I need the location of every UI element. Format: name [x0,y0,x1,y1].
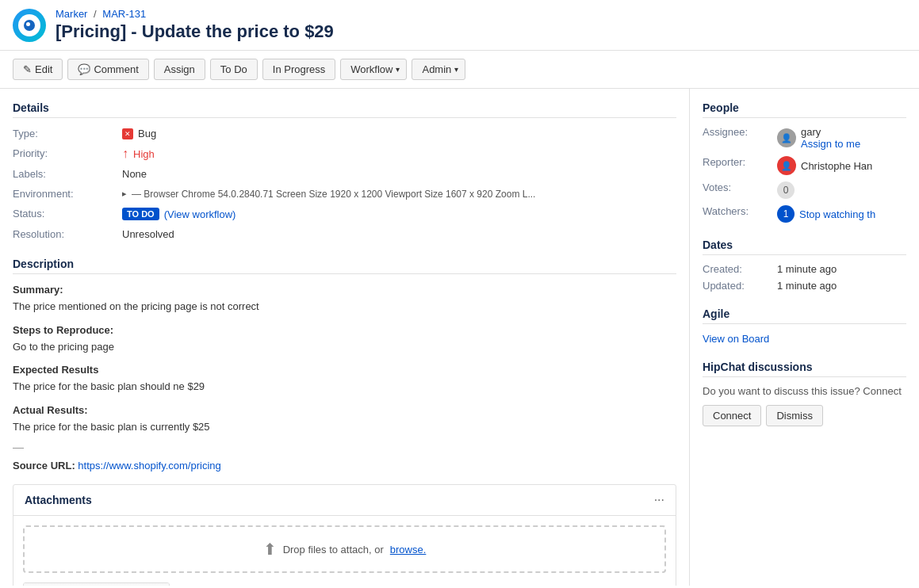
resolution-label: Resolution: [13,227,116,242]
edit-icon: ✎ [23,63,32,75]
hipchat-buttons: Connect Dismiss [703,405,906,426]
breadcrumb: Marker / MAR-131 [56,8,334,20]
watchers-badge: 1 [777,205,795,223]
reporter-label: Reporter: [703,156,774,168]
attachments-section: Attachments ··· ⬆ Drop files to attach, … [13,484,676,586]
hipchat-title: HipChat discussions [703,361,906,377]
logo [13,9,46,42]
votes-badge: 0 [777,181,795,199]
bug-icon [122,128,133,139]
view-workflow-link[interactable]: (View workflow) [164,208,236,220]
assign-to-me-link[interactable]: Assign to me [801,138,860,150]
type-value: Bug [122,126,676,141]
chevron-down-icon: ▾ [454,65,458,74]
watchers-row: Watchers: 1 Stop watching th [703,205,906,223]
labels-label: Labels: [13,166,116,181]
steps-label: Steps to Reproduce: [13,324,676,336]
reporter-name: Christophe Han [801,160,872,172]
attachment-thumbnail[interactable] [23,582,170,586]
reporter-avatar: 👤 [777,156,796,175]
toolbar: ✎ Edit 💬 Comment Assign To Do In Progres… [0,51,919,89]
assignee-row: Assignee: 👤 gary Assign to me [703,126,906,150]
description-section: Description Summary: The price mentioned… [13,258,676,472]
browse-link[interactable]: browse. [390,544,427,556]
env-toggle[interactable]: ▸ [122,189,127,199]
source-link[interactable]: https://www.shopify.com/pricing [78,460,220,472]
attachments-title: Attachments [25,494,92,506]
actual-text: The price for the basic plan is currentl… [13,419,676,435]
source-url-row: Source URL: https://www.shopify.com/pric… [13,460,676,472]
admin-button[interactable]: Admin ▾ [412,59,465,80]
chevron-down-icon: ▾ [396,65,400,74]
priority-value: ↑ High [122,146,676,162]
workflow-button[interactable]: Workflow ▾ [340,59,407,80]
assignee-name: gary [801,126,821,138]
description-title: Description [13,258,676,274]
votes-label: Votes: [703,181,774,193]
steps-text: Go to the pricing page [13,339,676,355]
connect-button[interactable]: Connect [703,405,761,426]
comment-icon: 💬 [78,63,90,75]
separator: — [13,441,676,453]
environment-label: Environment: [13,186,116,201]
created-row: Created: 1 minute ago [703,263,906,275]
avatar-icon: 👤 [781,133,792,143]
people-section: People Assignee: 👤 gary Assign to me Rep… [703,101,906,223]
status-label: Status: [13,206,116,222]
agile-title: Agile [703,307,906,324]
created-value: 1 minute ago [777,263,906,275]
attachments-header: Attachments ··· [13,485,676,516]
reporter-row: Reporter: 👤 Christophe Han [703,156,906,175]
assignee-value: 👤 gary Assign to me [777,126,906,150]
hipchat-text: Do you want to discuss this issue? Conne… [703,385,906,397]
hipchat-section: HipChat discussions Do you want to discu… [703,361,906,426]
details-grid: Type: Bug Priority: ↑ High Labels: None … [13,126,676,242]
dates-section: Dates Created: 1 minute ago Updated: 1 m… [703,239,906,292]
dates-title: Dates [703,239,906,255]
priority-label: Priority: [13,146,116,162]
summary-text: The price mentioned on the pricing page … [13,299,676,315]
stop-watching-link[interactable]: Stop watching th [799,208,875,220]
assignee-label: Assignee: [703,126,774,138]
drop-zone[interactable]: ⬆ Drop files to attach, or browse. [23,525,666,573]
updated-row: Updated: 1 minute ago [703,280,906,292]
dismiss-button[interactable]: Dismiss [766,405,823,426]
summary-label: Summary: [13,284,676,296]
agile-section: Agile View on Board [703,307,906,345]
priority-up-icon: ↑ [122,147,128,160]
resolution-value: Unresolved [122,227,676,242]
reporter-value: 👤 Christophe Han [777,156,906,175]
source-label: Source URL: [13,460,75,472]
upload-icon: ⬆ [263,540,277,559]
details-section: Details Type: Bug Priority: ↑ High Label… [13,101,676,242]
sidebar: People Assignee: 👤 gary Assign to me Rep… [689,89,919,586]
created-label: Created: [703,263,774,275]
drop-text: Drop files to attach, or [283,544,384,556]
expected-text: The price for the basic plan should ne $… [13,379,676,395]
expected-label: Expected Results [13,364,676,376]
content-area: Details Type: Bug Priority: ↑ High Label… [0,89,689,586]
status-value: TO DO (View workflow) [122,206,676,222]
page-title: [Pricing] - Update the price to $29 [56,21,334,42]
environment-value: ▸ — Browser Chrome 54.0.2840.71 Screen S… [122,186,676,201]
type-label: Type: [13,126,116,141]
reporter-avatar-icon: 👤 [781,161,792,171]
more-button[interactable]: ··· [654,493,664,507]
top-bar: Marker / MAR-131 [Pricing] - Update the … [0,0,919,51]
comment-button[interactable]: 💬 Comment [67,59,148,80]
people-title: People [703,101,906,118]
breadcrumb-issue[interactable]: MAR-131 [102,8,146,20]
labels-value: None [122,166,676,181]
updated-value: 1 minute ago [777,280,906,292]
view-on-board-link[interactable]: View on Board [703,333,769,345]
todo-button[interactable]: To Do [210,59,258,80]
breadcrumb-project[interactable]: Marker [56,8,87,20]
avatar: 👤 [777,128,796,147]
edit-button[interactable]: ✎ Edit [13,59,63,80]
watchers-label: Watchers: [703,205,774,217]
actual-label: Actual Results: [13,404,676,416]
assign-button[interactable]: Assign [154,59,205,80]
votes-value: 0 [777,181,906,199]
status-badge: TO DO [122,208,159,220]
inprogress-button[interactable]: In Progress [262,59,335,80]
